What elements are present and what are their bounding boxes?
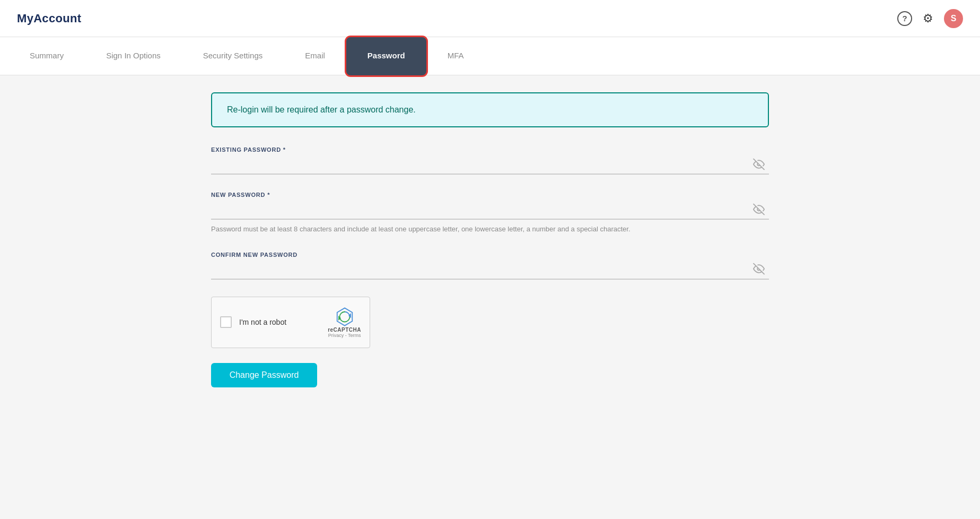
app-logo: MyAccount [17, 12, 81, 25]
settings-icon[interactable]: ⚙ [923, 12, 933, 25]
existing-password-input[interactable] [211, 156, 769, 175]
captcha-label: I'm not a robot [239, 318, 286, 326]
new-password-label: NEW PASSWORD * [211, 192, 769, 198]
confirm-password-input[interactable] [211, 261, 769, 280]
tab-password[interactable]: Password [346, 37, 426, 75]
info-banner: Re-login will be required after a passwo… [211, 92, 769, 127]
confirm-password-toggle-icon[interactable] [753, 263, 765, 278]
captcha-widget[interactable]: I'm not a robot reCAPTCHA Privacy - Term… [211, 297, 370, 348]
main-content: Re-login will be required after a passwo… [198, 92, 782, 387]
change-password-button[interactable]: Change Password [211, 363, 317, 387]
captcha-links: Privacy - Terms [328, 333, 361, 338]
confirm-password-field: CONFIRM NEW PASSWORD [211, 252, 769, 280]
existing-password-wrap [211, 156, 769, 175]
tab-summary[interactable]: Summary [8, 37, 85, 75]
tab-email[interactable]: Email [284, 37, 346, 75]
confirm-password-wrap [211, 261, 769, 280]
captcha-left: I'm not a robot [220, 316, 286, 328]
new-password-toggle-icon[interactable] [753, 203, 765, 218]
info-banner-text: Re-login will be required after a passwo… [227, 105, 416, 114]
nav-tabs: Summary Sign In Options Security Setting… [0, 37, 980, 75]
new-password-hint: Password must be at least 8 characters a… [211, 224, 769, 235]
header-actions: ? ⚙ S [897, 9, 963, 28]
tab-sign-in-options[interactable]: Sign In Options [85, 37, 182, 75]
header: MyAccount ? ⚙ S [0, 0, 980, 37]
new-password-input[interactable] [211, 201, 769, 220]
existing-password-label: EXISTING PASSWORD * [211, 146, 769, 153]
help-icon[interactable]: ? [897, 11, 912, 26]
existing-password-field: EXISTING PASSWORD * [211, 146, 769, 175]
existing-password-toggle-icon[interactable] [753, 158, 765, 172]
tab-mfa[interactable]: MFA [426, 37, 485, 75]
avatar[interactable]: S [944, 9, 963, 28]
captcha-brand-label: reCAPTCHA [328, 327, 361, 333]
tab-security-settings[interactable]: Security Settings [182, 37, 284, 75]
recaptcha-logo-icon [335, 307, 355, 327]
captcha-right: reCAPTCHA Privacy - Terms [328, 307, 361, 338]
confirm-password-label: CONFIRM NEW PASSWORD [211, 252, 769, 258]
captcha-checkbox[interactable] [220, 316, 232, 328]
new-password-wrap [211, 201, 769, 220]
new-password-field: NEW PASSWORD * Password must be at least… [211, 192, 769, 235]
